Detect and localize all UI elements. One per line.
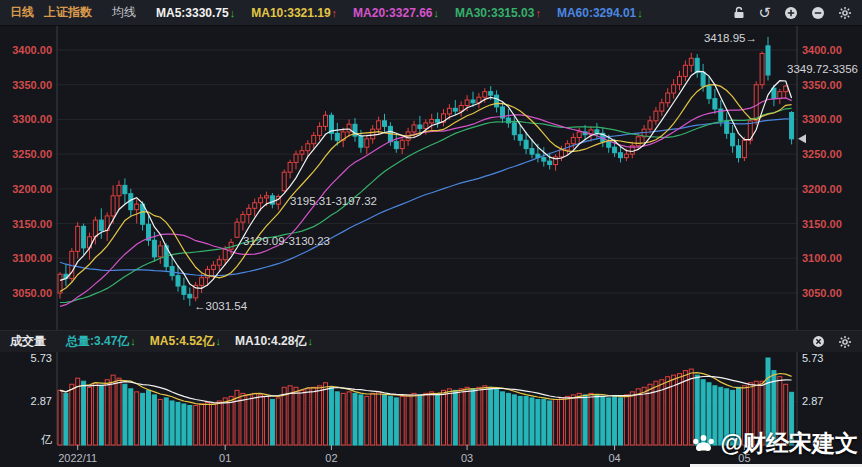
vol-legend-ma5: MA5:4.52亿↓ — [150, 334, 221, 348]
down-arrow-icon: ↓ — [434, 7, 440, 19]
volume-legend: 总量:3.47亿↓MA5:4.52亿↓MA10:4.28亿↓ — [66, 333, 327, 350]
vol-legend-ma10: MA10:4.28亿↓ — [235, 334, 313, 348]
volume-toolbar: 成交量 总量:3.47亿↓MA5:4.52亿↓MA10:4.28亿↓ — [0, 330, 862, 352]
ma-legend-ma60: MA60:3294.01↓ — [557, 6, 643, 20]
chart-toolbar: 日线 上证指数 均线 MA5:3330.75↓MA10:3321.19↑MA20… — [0, 0, 862, 26]
svg-text:3200.00: 3200.00 — [12, 183, 52, 195]
svg-text:3250.00: 3250.00 — [802, 148, 842, 160]
settings-icon[interactable] — [838, 6, 852, 20]
vol-legend-total: 总量:3.47亿↓ — [66, 334, 136, 348]
ma-legend-ma20: MA20:3327.66↓ — [353, 6, 439, 20]
svg-text:3150.00: 3150.00 — [802, 218, 842, 230]
svg-text:3350.00: 3350.00 — [802, 79, 842, 91]
volume-toolbar-icons — [812, 335, 852, 349]
zoom-in-icon[interactable] — [784, 6, 798, 20]
watermark: @财经宋建文 — [691, 428, 858, 459]
stock-chart-app: 日线 上证指数 均线 MA5:3330.75↓MA10:3321.19↑MA20… — [0, 0, 862, 467]
svg-text:3150.00: 3150.00 — [12, 218, 52, 230]
last-price-marker — [798, 134, 806, 143]
svg-text:3050.00: 3050.00 — [802, 287, 842, 299]
svg-text:3400.00: 3400.00 — [12, 44, 52, 56]
lock-icon[interactable] — [733, 6, 745, 19]
svg-text:3250.00: 3250.00 — [12, 148, 52, 160]
svg-text:3300.00: 3300.00 — [12, 113, 52, 125]
svg-text:04: 04 — [608, 452, 620, 464]
svg-text:3300.00: 3300.00 — [802, 113, 842, 125]
svg-text:2.87: 2.87 — [31, 395, 52, 407]
svg-text:5.73: 5.73 — [802, 352, 823, 364]
ma-legend-ma10: MA10:3321.19↑ — [251, 6, 337, 20]
price-axis-labels: 3400.003400.003350.003350.003300.003300.… — [12, 44, 842, 299]
svg-text:3400.00: 3400.00 — [802, 44, 842, 56]
candles-group — [58, 37, 794, 306]
ma10-line — [60, 85, 792, 292]
svg-text:5.73: 5.73 — [31, 352, 52, 364]
svg-text:3350.00: 3350.00 — [12, 79, 52, 91]
volume-pane-title: 成交量 — [10, 333, 46, 350]
symbol-name[interactable]: 上证指数 — [44, 4, 92, 21]
svg-text:01: 01 — [219, 452, 231, 464]
paw-icon — [691, 431, 716, 456]
up-arrow-icon: ↑ — [535, 7, 541, 19]
svg-text:3050.00: 3050.00 — [12, 287, 52, 299]
svg-text:3100.00: 3100.00 — [802, 252, 842, 264]
main-candlestick-chart[interactable]: 3400.003400.003350.003350.003300.003300.… — [0, 26, 862, 330]
svg-text:3349.72-3356: 3349.72-3356 — [787, 63, 858, 75]
svg-text:3200.00: 3200.00 — [802, 183, 842, 195]
ma-legend-ma5: MA5:3330.75↓ — [156, 6, 235, 20]
settings-icon[interactable] — [838, 335, 852, 349]
svg-text:2022/11: 2022/11 — [58, 452, 97, 464]
svg-text:亿: 亿 — [41, 433, 52, 445]
period-selector[interactable]: 日线 — [10, 4, 34, 21]
svg-text:3129.09-3130.23: 3129.09-3130.23 — [243, 235, 330, 247]
svg-text:3100.00: 3100.00 — [12, 252, 52, 264]
chart-annotations: 3418.95→3349.72-33563195.31-3197.323129.… — [194, 32, 858, 312]
zoom-out-icon[interactable] — [811, 6, 825, 20]
svg-text:02: 02 — [325, 452, 337, 464]
up-arrow-icon: ↑ — [332, 7, 338, 19]
ma-legend: MA5:3330.75↓MA10:3321.19↑MA20:3327.66↓MA… — [156, 6, 659, 20]
down-arrow-icon: ↓ — [307, 335, 313, 347]
undo-icon[interactable]: ↺ — [758, 5, 771, 20]
close-icon[interactable] — [812, 335, 825, 348]
down-arrow-icon: ↓ — [637, 7, 643, 19]
ma-legend-ma30: MA30:3315.03↑ — [455, 6, 541, 20]
svg-text:←3031.54: ←3031.54 — [194, 300, 248, 312]
down-arrow-icon: ↓ — [230, 7, 236, 19]
svg-text:2.87: 2.87 — [802, 395, 823, 407]
svg-text:3418.95→: 3418.95→ — [704, 32, 757, 44]
svg-text:3195.31-3197.32: 3195.31-3197.32 — [290, 195, 377, 207]
watermark-text: @财经宋建文 — [721, 428, 858, 459]
ma-settings-label[interactable]: 均线 — [112, 4, 136, 21]
svg-text:03: 03 — [461, 452, 473, 464]
down-arrow-icon: ↓ — [130, 335, 136, 347]
date-axis: 2022/110102030405 — [58, 445, 750, 464]
down-arrow-icon: ↓ — [216, 335, 222, 347]
toolbar-icons: ↺ — [733, 5, 852, 20]
volume-bars-group — [58, 358, 794, 445]
